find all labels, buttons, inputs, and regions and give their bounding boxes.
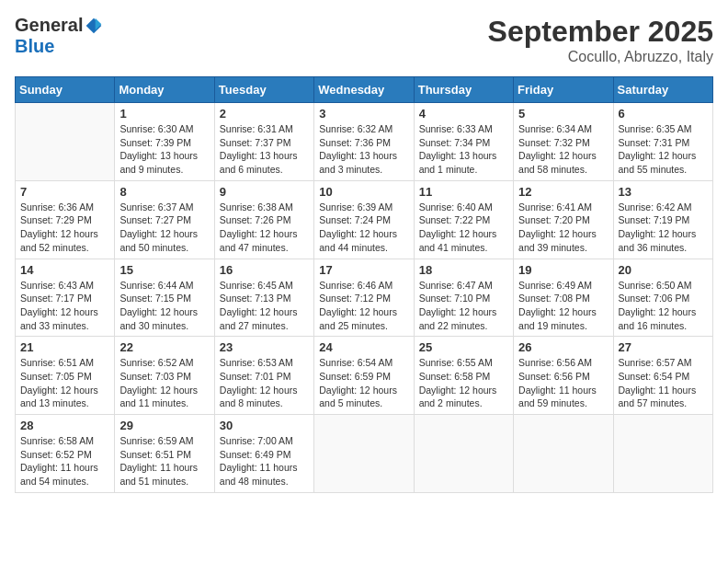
day-number: 21 bbox=[20, 340, 109, 354]
calendar-cell: 12Sunrise: 6:41 AM Sunset: 7:20 PM Dayli… bbox=[514, 180, 613, 259]
day-number: 6 bbox=[619, 107, 708, 121]
calendar-cell bbox=[613, 415, 712, 493]
calendar-cell: 19Sunrise: 6:49 AM Sunset: 7:08 PM Dayli… bbox=[514, 259, 613, 337]
day-info: Sunrise: 6:47 AM Sunset: 7:10 PM Dayligh… bbox=[419, 279, 508, 333]
day-info: Sunrise: 6:31 AM Sunset: 7:37 PM Dayligh… bbox=[220, 122, 309, 177]
day-number: 18 bbox=[419, 263, 508, 277]
day-info: Sunrise: 6:43 AM Sunset: 7:17 PM Dayligh… bbox=[20, 279, 109, 333]
day-info: Sunrise: 6:59 AM Sunset: 6:51 PM Dayligh… bbox=[119, 434, 209, 488]
weekday-header-saturday: Saturday bbox=[613, 77, 712, 103]
calendar-cell bbox=[514, 415, 613, 493]
title-block: September 2025 Cocullo, Abruzzo, Italy bbox=[488, 15, 713, 65]
day-info: Sunrise: 7:00 AM Sunset: 6:49 PM Dayligh… bbox=[220, 434, 309, 488]
calendar-cell: 5Sunrise: 6:34 AM Sunset: 7:32 PM Daylig… bbox=[514, 103, 613, 181]
day-number: 19 bbox=[518, 263, 608, 277]
weekday-header-wednesday: Wednesday bbox=[314, 77, 414, 103]
calendar-cell: 16Sunrise: 6:45 AM Sunset: 7:13 PM Dayli… bbox=[214, 259, 313, 337]
month-title: September 2025 bbox=[488, 15, 713, 49]
day-number: 20 bbox=[619, 263, 708, 277]
week-row-5: 28Sunrise: 6:58 AM Sunset: 6:52 PM Dayli… bbox=[16, 415, 713, 493]
day-number: 23 bbox=[220, 340, 309, 354]
week-row-1: 1Sunrise: 6:30 AM Sunset: 7:39 PM Daylig… bbox=[16, 103, 713, 181]
day-info: Sunrise: 6:50 AM Sunset: 7:06 PM Dayligh… bbox=[619, 279, 708, 333]
day-info: Sunrise: 6:53 AM Sunset: 7:01 PM Dayligh… bbox=[220, 356, 309, 410]
calendar-cell: 20Sunrise: 6:50 AM Sunset: 7:06 PM Dayli… bbox=[613, 259, 712, 337]
day-info: Sunrise: 6:40 AM Sunset: 7:22 PM Dayligh… bbox=[419, 201, 508, 255]
day-info: Sunrise: 6:38 AM Sunset: 7:26 PM Dayligh… bbox=[220, 201, 309, 255]
calendar-cell: 18Sunrise: 6:47 AM Sunset: 7:10 PM Dayli… bbox=[414, 259, 513, 337]
day-info: Sunrise: 6:37 AM Sunset: 7:27 PM Dayligh… bbox=[119, 201, 209, 255]
calendar-cell bbox=[16, 103, 115, 181]
weekday-header-sunday: Sunday bbox=[16, 77, 115, 103]
day-number: 2 bbox=[220, 107, 309, 121]
day-number: 15 bbox=[119, 263, 209, 277]
weekday-header-thursday: Thursday bbox=[414, 77, 513, 103]
day-number: 8 bbox=[119, 185, 209, 199]
day-number: 11 bbox=[419, 185, 508, 199]
calendar-cell: 28Sunrise: 6:58 AM Sunset: 6:52 PM Dayli… bbox=[16, 415, 115, 493]
day-info: Sunrise: 6:56 AM Sunset: 6:56 PM Dayligh… bbox=[518, 356, 608, 410]
day-number: 30 bbox=[220, 419, 309, 432]
day-number: 22 bbox=[119, 340, 209, 354]
calendar-cell: 27Sunrise: 6:57 AM Sunset: 6:54 PM Dayli… bbox=[613, 337, 712, 415]
calendar-cell: 14Sunrise: 6:43 AM Sunset: 7:17 PM Dayli… bbox=[16, 259, 115, 337]
calendar-cell: 1Sunrise: 6:30 AM Sunset: 7:39 PM Daylig… bbox=[115, 103, 214, 181]
calendar-cell: 25Sunrise: 6:55 AM Sunset: 6:58 PM Dayli… bbox=[414, 337, 513, 415]
day-number: 29 bbox=[119, 419, 209, 432]
day-info: Sunrise: 6:35 AM Sunset: 7:31 PM Dayligh… bbox=[619, 122, 708, 177]
day-info: Sunrise: 6:44 AM Sunset: 7:15 PM Dayligh… bbox=[119, 279, 209, 333]
day-info: Sunrise: 6:55 AM Sunset: 6:58 PM Dayligh… bbox=[419, 356, 508, 410]
day-info: Sunrise: 6:33 AM Sunset: 7:34 PM Dayligh… bbox=[419, 122, 508, 177]
weekday-header-row: SundayMondayTuesdayWednesdayThursdayFrid… bbox=[16, 77, 713, 103]
calendar-table: SundayMondayTuesdayWednesdayThursdayFrid… bbox=[15, 76, 713, 493]
day-number: 1 bbox=[119, 107, 209, 121]
location-text: Cocullo, Abruzzo, Italy bbox=[488, 49, 713, 65]
day-info: Sunrise: 6:41 AM Sunset: 7:20 PM Dayligh… bbox=[518, 201, 608, 255]
day-info: Sunrise: 6:42 AM Sunset: 7:19 PM Dayligh… bbox=[619, 201, 708, 255]
day-number: 27 bbox=[619, 340, 708, 354]
day-number: 3 bbox=[319, 107, 408, 121]
day-number: 7 bbox=[20, 185, 109, 199]
day-number: 25 bbox=[419, 340, 508, 354]
calendar-cell: 7Sunrise: 6:36 AM Sunset: 7:29 PM Daylig… bbox=[16, 180, 115, 259]
calendar-cell: 4Sunrise: 6:33 AM Sunset: 7:34 PM Daylig… bbox=[414, 103, 513, 181]
calendar-cell: 8Sunrise: 6:37 AM Sunset: 7:27 PM Daylig… bbox=[115, 180, 214, 259]
day-number: 24 bbox=[319, 340, 408, 354]
page-header: General Blue September 2025 Cocullo, Abr… bbox=[15, 15, 713, 65]
day-info: Sunrise: 6:39 AM Sunset: 7:24 PM Dayligh… bbox=[319, 201, 408, 255]
logo: General Blue bbox=[15, 15, 103, 57]
day-number: 17 bbox=[319, 263, 408, 277]
calendar-cell: 30Sunrise: 7:00 AM Sunset: 6:49 PM Dayli… bbox=[214, 415, 313, 493]
day-number: 28 bbox=[20, 419, 109, 432]
day-info: Sunrise: 6:45 AM Sunset: 7:13 PM Dayligh… bbox=[220, 279, 309, 333]
day-info: Sunrise: 6:30 AM Sunset: 7:39 PM Dayligh… bbox=[119, 122, 209, 177]
calendar-cell: 2Sunrise: 6:31 AM Sunset: 7:37 PM Daylig… bbox=[214, 103, 313, 181]
day-info: Sunrise: 6:34 AM Sunset: 7:32 PM Dayligh… bbox=[518, 122, 608, 177]
day-number: 12 bbox=[518, 185, 608, 199]
calendar-cell: 24Sunrise: 6:54 AM Sunset: 6:59 PM Dayli… bbox=[314, 337, 414, 415]
day-number: 4 bbox=[419, 107, 508, 121]
day-info: Sunrise: 6:46 AM Sunset: 7:12 PM Dayligh… bbox=[319, 279, 408, 333]
calendar-cell: 10Sunrise: 6:39 AM Sunset: 7:24 PM Dayli… bbox=[314, 180, 414, 259]
calendar-cell: 23Sunrise: 6:53 AM Sunset: 7:01 PM Dayli… bbox=[214, 337, 313, 415]
calendar-cell: 15Sunrise: 6:44 AM Sunset: 7:15 PM Dayli… bbox=[115, 259, 214, 337]
calendar-cell: 6Sunrise: 6:35 AM Sunset: 7:31 PM Daylig… bbox=[613, 103, 712, 181]
day-number: 14 bbox=[20, 263, 109, 277]
day-number: 10 bbox=[319, 185, 408, 199]
day-info: Sunrise: 6:49 AM Sunset: 7:08 PM Dayligh… bbox=[518, 279, 608, 333]
calendar-cell: 26Sunrise: 6:56 AM Sunset: 6:56 PM Dayli… bbox=[514, 337, 613, 415]
calendar-cell: 3Sunrise: 6:32 AM Sunset: 7:36 PM Daylig… bbox=[314, 103, 414, 181]
weekday-header-tuesday: Tuesday bbox=[214, 77, 313, 103]
calendar-cell: 11Sunrise: 6:40 AM Sunset: 7:22 PM Dayli… bbox=[414, 180, 513, 259]
calendar-cell: 17Sunrise: 6:46 AM Sunset: 7:12 PM Dayli… bbox=[314, 259, 414, 337]
calendar-cell bbox=[314, 415, 414, 493]
calendar-cell: 22Sunrise: 6:52 AM Sunset: 7:03 PM Dayli… bbox=[115, 337, 214, 415]
day-info: Sunrise: 6:52 AM Sunset: 7:03 PM Dayligh… bbox=[119, 356, 209, 410]
calendar-cell: 13Sunrise: 6:42 AM Sunset: 7:19 PM Dayli… bbox=[613, 180, 712, 259]
logo-blue-text: Blue bbox=[15, 36, 54, 57]
day-number: 5 bbox=[518, 107, 608, 121]
calendar-cell: 29Sunrise: 6:59 AM Sunset: 6:51 PM Dayli… bbox=[115, 415, 214, 493]
day-info: Sunrise: 6:36 AM Sunset: 7:29 PM Dayligh… bbox=[20, 201, 109, 255]
week-row-3: 14Sunrise: 6:43 AM Sunset: 7:17 PM Dayli… bbox=[16, 259, 713, 337]
calendar-cell bbox=[414, 415, 513, 493]
